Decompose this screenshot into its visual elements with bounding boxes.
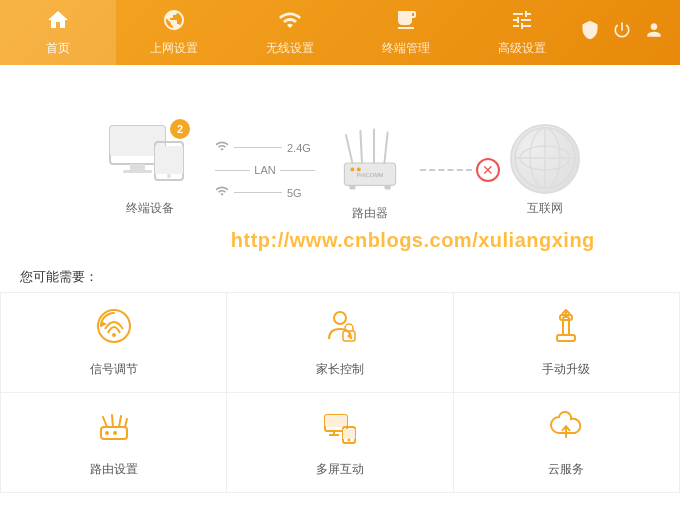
router-settings-icon	[95, 407, 133, 453]
conn-right: ✕	[420, 158, 500, 182]
svg-rect-3	[123, 170, 152, 173]
router-settings-label: 路由设置	[90, 461, 138, 478]
you-need-label: 您可能需要：	[0, 260, 680, 292]
upgrade-icon	[547, 307, 585, 353]
svg-point-23	[112, 333, 116, 337]
signal-label: 信号调节	[90, 361, 138, 378]
terminal-label: 终端设备	[126, 200, 174, 217]
svg-rect-39	[325, 415, 347, 427]
watermark: http://www.cnblogs.com/xuliangxing	[231, 229, 595, 252]
grid-item-parental[interactable]: 家长控制	[227, 293, 453, 393]
router-label: 路由器	[352, 205, 388, 222]
svg-line-35	[112, 415, 113, 427]
nav-item-wireless[interactable]: 无线设置	[232, 0, 348, 65]
svg-line-11	[346, 135, 352, 163]
multiscreen-label: 多屏互动	[316, 461, 364, 478]
svg-line-34	[103, 417, 107, 427]
nav-item-internet[interactable]: 上网设置	[116, 0, 232, 65]
svg-line-14	[384, 132, 387, 162]
grid-item-cloud[interactable]: 云服务	[454, 393, 680, 493]
svg-rect-16	[384, 185, 390, 189]
signal-icon	[95, 307, 133, 353]
svg-point-9	[350, 167, 354, 171]
svg-rect-2	[130, 164, 145, 170]
multiscreen-icon	[321, 407, 359, 453]
navbar: 首页 上网设置 无线设置 终端管理 高级设置	[0, 0, 680, 65]
conn-lines-left: 2.4G LAN 5G	[210, 139, 320, 201]
power-icon[interactable]	[612, 20, 632, 45]
cloud-label: 云服务	[548, 461, 584, 478]
grid-item-signal[interactable]: 信号调节	[1, 293, 227, 393]
nav-item-terminal[interactable]: 终端管理	[348, 0, 464, 65]
svg-line-12	[360, 131, 362, 163]
nav-item-advanced[interactable]: 高级设置	[464, 0, 580, 65]
cloud-icon	[547, 407, 585, 453]
svg-rect-43	[343, 429, 355, 439]
nav-label-home: 首页	[46, 40, 70, 57]
svg-point-25	[334, 312, 346, 324]
svg-line-37	[125, 419, 127, 427]
terminal-device: 2 终端设备	[90, 124, 210, 217]
grid-item-upgrade[interactable]: 手动升级	[454, 293, 680, 393]
diagram-section: 2 终端设备	[0, 75, 680, 260]
lan-label: LAN	[254, 164, 275, 176]
nav-label-wireless: 无线设置	[266, 40, 314, 57]
lan-line: LAN	[215, 164, 315, 176]
svg-line-36	[119, 416, 121, 427]
internet-icon	[162, 8, 186, 36]
upgrade-label: 手动升级	[542, 361, 590, 378]
router-svg: PHICOMM	[330, 119, 410, 199]
svg-point-32	[105, 431, 109, 435]
nav-right-icons	[580, 20, 680, 45]
grid-item-router[interactable]: 路由设置	[1, 393, 227, 493]
freq-24g-label: 2.4G	[287, 142, 315, 154]
router-device: PHICOMM 路由器	[320, 119, 420, 222]
grid-item-multiscreen[interactable]: 多屏互动	[227, 393, 453, 493]
terminal-nav-icon	[394, 8, 418, 36]
advanced-nav-icon	[510, 8, 534, 36]
svg-point-33	[113, 431, 117, 435]
home-icon	[46, 8, 70, 36]
svg-rect-15	[349, 185, 355, 189]
wifi-5g-icon	[215, 184, 229, 201]
parental-label: 家长控制	[316, 361, 364, 378]
nav-label-advanced: 高级设置	[498, 40, 546, 57]
terminal-count-badge: 2	[170, 119, 190, 139]
svg-point-10	[357, 167, 361, 171]
internet-device: 互联网	[500, 124, 590, 217]
shield-icon[interactable]	[580, 20, 600, 45]
nav-item-home[interactable]: 首页	[0, 0, 116, 65]
freq-5g-line: 5G	[215, 184, 315, 201]
feature-grid: 信号调节 家长控制	[0, 292, 680, 493]
terminal-icon-wrap: 2	[105, 124, 195, 194]
svg-text:PHICOMM: PHICOMM	[356, 172, 383, 178]
main-content: 2 终端设备	[0, 65, 680, 510]
nav-label-terminal: 终端管理	[382, 40, 430, 57]
svg-point-44	[347, 439, 350, 442]
parental-icon	[321, 307, 359, 353]
connection-error-icon: ✕	[476, 158, 500, 182]
nav-label-internet: 上网设置	[150, 40, 198, 57]
freq-24g-line: 2.4G	[215, 139, 315, 156]
wifi-nav-icon	[278, 8, 302, 36]
internet-label: 互联网	[527, 200, 563, 217]
svg-point-6	[167, 174, 171, 178]
freq-5g-label: 5G	[287, 187, 315, 199]
user-icon[interactable]	[644, 20, 664, 45]
globe-icon	[510, 124, 580, 194]
wifi-24g-icon	[215, 139, 229, 156]
svg-rect-5	[155, 146, 183, 174]
svg-point-27	[347, 335, 350, 338]
